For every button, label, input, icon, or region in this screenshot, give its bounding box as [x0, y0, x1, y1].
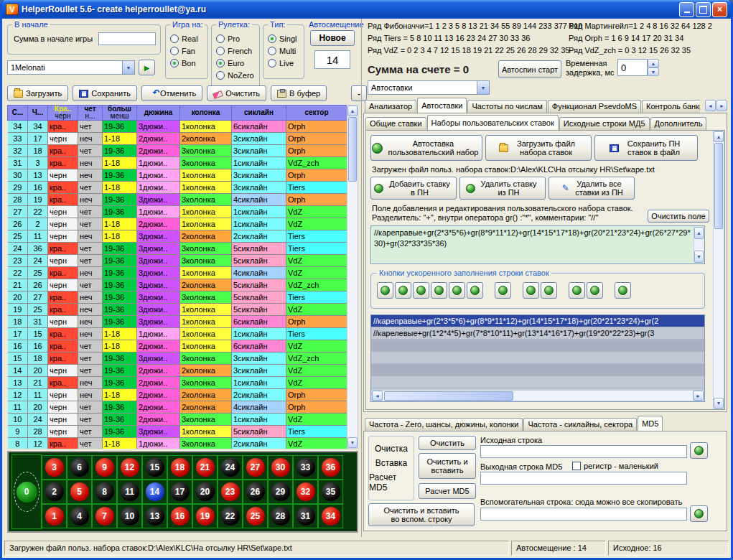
autobet-custom-set-button[interactable]: Автоставкапользовательский набор — [370, 135, 482, 161]
md5-aux-input[interactable] — [480, 508, 687, 521]
scroll-up-icon[interactable]: ▲ — [714, 131, 724, 142]
board-number-6[interactable]: 6 — [70, 458, 89, 477]
board-number-4[interactable]: 4 — [70, 507, 89, 526]
board-number-3[interactable]: 3 — [45, 458, 64, 477]
start-sum-input[interactable] — [98, 32, 156, 45]
toolbar-undo-button[interactable]: Отменить — [141, 85, 202, 101]
board-number-24[interactable]: 24 — [221, 458, 240, 477]
main-tab-2[interactable]: Частоты по числам — [467, 100, 546, 113]
table-row[interactable]: 3013черннеч19-361дюжи..1колонка3сиклайнO… — [8, 169, 347, 182]
column-header[interactable]: С... — [8, 106, 28, 121]
board-number-10[interactable]: 10 — [121, 507, 139, 526]
autospin-start-button[interactable]: Автоспин старт — [498, 60, 561, 78]
table-scroll-thumb[interactable] — [348, 117, 357, 182]
main-tab-1[interactable]: Автоставки — [417, 98, 467, 113]
chevron-down-icon[interactable]: ▼ — [477, 81, 489, 94]
radio-type-live[interactable]: Live — [263, 57, 304, 69]
column-header[interactable]: четн... — [78, 106, 103, 121]
quick-bet-button[interactable] — [569, 282, 585, 299]
quick-bet-button[interactable] — [413, 282, 429, 299]
board-number-2[interactable]: 2 — [45, 482, 64, 501]
autobets-select[interactable]: Автоставки ▼ — [368, 80, 490, 95]
save-bet-set-file-button[interactable]: Сохранить ПНставок в файл — [594, 135, 698, 161]
list-hscrollbar[interactable]: ◄ ► — [371, 390, 704, 401]
radio-roulette-pro[interactable]: Pro — [212, 32, 259, 45]
minimize-button[interactable] — [679, 2, 694, 17]
main-tab-3[interactable]: Функционал PsevdoMS — [548, 100, 641, 113]
table-row[interactable]: 2324чернчет19-363дюжи..3колонка5сиклайнV… — [8, 255, 347, 267]
quick-bet-button[interactable] — [395, 282, 411, 299]
maximize-button[interactable] — [696, 2, 711, 17]
md5-aux-go-button[interactable] — [690, 505, 708, 522]
table-row[interactable]: 2436кра..чет19-363дюжи..3колонка5сиклайн… — [8, 243, 347, 255]
delete-all-bets-button[interactable]: Удалить всеставки из ПН — [548, 177, 635, 200]
list-scroll-thumb[interactable] — [384, 391, 513, 401]
scroll-down-icon[interactable]: ▼ — [694, 251, 704, 263]
board-number-23[interactable]: 23 — [221, 482, 240, 501]
table-row[interactable]: 1715кра..неч1-181дюжи..1колонка1сиклайнT… — [8, 328, 347, 340]
quick-bet-button[interactable] — [377, 282, 393, 299]
board-number-35[interactable]: 35 — [322, 482, 340, 501]
board-number-30[interactable]: 30 — [271, 458, 290, 477]
tab-scroll-left-icon[interactable]: ◄ — [705, 100, 716, 111]
table-row[interactable]: 1420чернчет19-362дюжи..2колонка3сиклайнV… — [8, 365, 347, 377]
radio-type-singl[interactable]: Singl — [263, 32, 304, 45]
table-row[interactable]: 1211черннеч1-182дюжи..2колонка2сиклайнOr… — [8, 389, 347, 401]
column-header[interactable]: Ч... — [28, 106, 48, 121]
quick-bet-button[interactable] — [431, 282, 447, 299]
table-row[interactable]: 1831черннеч19-363дюжи..1колонка6сиклайнO… — [8, 316, 347, 328]
board-zero-cell[interactable]: 0 — [11, 454, 42, 529]
table-row[interactable]: 3434кра..чет19-363дюжи..1колонка6сиклайн… — [8, 121, 347, 133]
spin-down-icon[interactable]: ▼ — [648, 67, 659, 76]
delete-bet-button[interactable]: Удалить ставкуиз ПН — [459, 177, 546, 200]
board-number-11[interactable]: 11 — [121, 482, 139, 501]
radio-type-multi[interactable]: Multi — [263, 45, 304, 57]
board-number-32[interactable]: 32 — [297, 482, 315, 501]
table-row[interactable]: 1518кра..чет19-363дюжи..3колонка3сиклайн… — [8, 353, 347, 365]
main-tab-0[interactable]: Анализатор — [365, 100, 416, 113]
scroll-up-icon[interactable]: ▲ — [347, 106, 358, 116]
board-number-21[interactable]: 21 — [196, 458, 215, 477]
chevron-down-icon[interactable]: ▼ — [122, 61, 134, 74]
column-header[interactable]: дюжина — [137, 106, 180, 121]
edit-field-scrollbar[interactable]: ▲ ▼ — [694, 227, 704, 263]
radio-roulette-euro[interactable]: Euro — [212, 57, 259, 69]
table-row[interactable]: 2027кра..неч19-363дюжи..3колонка5сиклайн… — [8, 291, 347, 304]
radio-game-real[interactable]: Real — [166, 32, 207, 45]
board-number-1[interactable]: 1 — [45, 507, 64, 526]
bet-edit-field[interactable]: //кареправые+gr(2*3*5*6)+gr(8*9*11*12)+g… — [370, 225, 705, 264]
table-row[interactable]: 3317черннеч1-182дюжи..2колонка3сиклайнOr… — [8, 133, 347, 145]
scroll-left-icon[interactable]: ◄ — [372, 391, 383, 401]
bottom-tab-1[interactable]: Частота - сиклайны, сектора — [523, 418, 637, 431]
board-number-31[interactable]: 31 — [297, 507, 315, 526]
bet-set-list[interactable]: //кареправые+gr(2*3*5*6)+gr(8*9*11*12)+g… — [370, 314, 705, 402]
board-number-34[interactable]: 34 — [322, 507, 340, 526]
table-row[interactable]: 1616кра..чет1-182дюжи..1колонка6сиклайнV… — [8, 340, 347, 353]
board-number-33[interactable]: 33 — [297, 458, 315, 477]
main-tab-4[interactable]: Контроль банкро — [642, 100, 700, 113]
sub-tab-1[interactable]: Наборы пользовательских ставок — [427, 115, 559, 130]
panel-scroll-thumb[interactable] — [714, 143, 723, 229]
quick-bet-button[interactable] — [541, 282, 557, 299]
sub-tab-0[interactable]: Общие ставки — [365, 117, 426, 130]
scroll-right-icon[interactable]: ► — [693, 391, 704, 401]
bet-list-item[interactable]: //кареправые+gr(2*3*5*6)+gr(8*9*11*12)+g… — [371, 315, 704, 327]
board-number-12[interactable]: 12 — [121, 458, 139, 477]
delay-spinner[interactable]: 0 ▲ ▼ — [617, 59, 659, 76]
column-header[interactable]: колонка — [180, 106, 232, 121]
board-number-5[interactable]: 5 — [70, 482, 89, 501]
board-number-29[interactable]: 29 — [271, 482, 290, 501]
table-row[interactable]: 2819кра..неч19-363дюжи..3колонка4сиклайн… — [8, 194, 347, 206]
sub-tab-2[interactable]: Исходные строки МД5 — [559, 117, 650, 130]
table-row[interactable]: 1120чернчет19-362дюжи..2колонка4сиклайнO… — [8, 401, 347, 414]
table-row[interactable]: 2126чернчет19-363дюжи..2колонка5сиклайнV… — [8, 279, 347, 291]
load-bet-set-file-button[interactable]: Загрузить файлнабора ставок — [485, 135, 592, 161]
md5-clear-button[interactable]: Очистить — [419, 436, 476, 450]
board-number-27[interactable]: 27 — [246, 458, 265, 477]
column-header[interactable]: Кра..черн — [48, 106, 78, 121]
column-header[interactable]: сектор — [286, 106, 347, 121]
board-number-25[interactable]: 25 — [246, 507, 265, 526]
board-number-17[interactable]: 17 — [171, 482, 190, 501]
md5-register-checkbox[interactable]: регистр - маленький — [572, 462, 658, 470]
radio-roulette-french[interactable]: French — [212, 45, 259, 57]
